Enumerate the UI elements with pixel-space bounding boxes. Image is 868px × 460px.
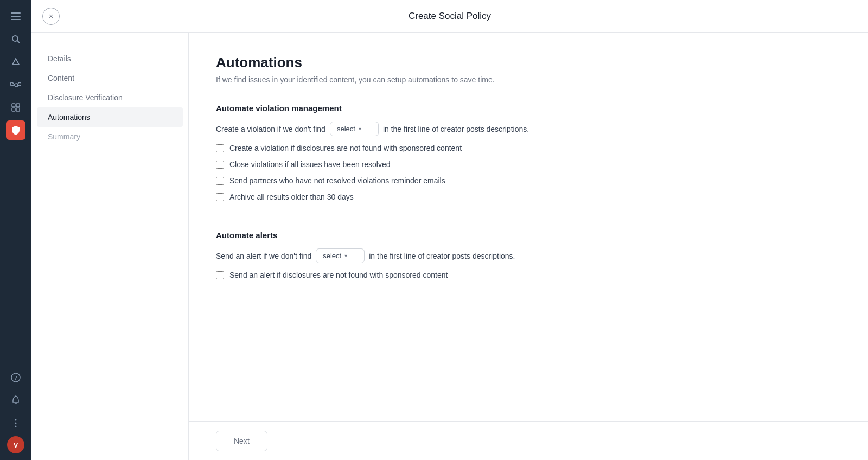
checkbox-row-2: Send partners who have not resolved viol… <box>216 176 841 185</box>
alerts-text-before: Send an alert if we don't find <box>216 252 311 260</box>
violation-checkbox-label-2: Send partners who have not resolved viol… <box>229 176 445 185</box>
violation-section-title: Automate violation management <box>216 104 841 113</box>
page-title: Create Social Policy <box>409 11 491 22</box>
automations-subtitle: If we find issues in your identified con… <box>216 75 841 84</box>
alerts-select[interactable]: select ▾ <box>316 248 365 263</box>
grid-icon-btn[interactable] <box>6 98 25 117</box>
violation-inline-row: Create a violation if we don't find sele… <box>216 122 841 136</box>
alerts-section: Automate alerts Send an alert if we don'… <box>216 231 841 287</box>
step-summary[interactable]: Summary <box>31 127 188 146</box>
alerts-checkbox-row-0: Send an alert if disclosures are not fou… <box>216 271 841 279</box>
search-icon-btn[interactable] <box>6 29 25 49</box>
top-header: × Create Social Policy <box>31 0 868 33</box>
content-row: Details Content Disclosure Verification … <box>31 33 868 460</box>
violation-checkbox-2[interactable] <box>216 177 224 185</box>
violation-select-label: select <box>337 125 355 133</box>
triangle-icon-btn[interactable] <box>6 52 25 72</box>
violation-text-after: in the first line of creator posts descr… <box>383 125 529 133</box>
svg-rect-8 <box>16 108 20 111</box>
steps-sidebar: Details Content Disclosure Verification … <box>31 33 189 460</box>
close-icon: × <box>49 12 53 21</box>
svg-text:?: ? <box>15 374 17 381</box>
svg-point-13 <box>15 423 17 424</box>
menu-icon-btn[interactable] <box>6 7 25 26</box>
svg-rect-1 <box>11 16 21 17</box>
violation-checkbox-label-1: Close violations if all issues have been… <box>229 160 391 169</box>
svg-rect-5 <box>12 104 15 107</box>
violation-checkbox-label-3: Archive all results older than 30 days <box>229 193 354 201</box>
checkbox-row-0: Create a violation if disclosures are no… <box>216 144 841 152</box>
main-wrapper: × Create Social Policy Details Content D… <box>31 0 868 460</box>
violation-checkbox-1[interactable] <box>216 161 224 169</box>
checkbox-row-1: Close violations if all issues have been… <box>216 160 841 169</box>
step-content[interactable]: Content <box>31 68 188 88</box>
svg-rect-7 <box>12 108 15 111</box>
svg-rect-0 <box>11 12 21 14</box>
alerts-section-title: Automate alerts <box>216 231 841 240</box>
more-dots-icon-btn[interactable] <box>6 413 25 433</box>
violation-text-before: Create a violation if we don't find <box>216 125 326 133</box>
violation-checkbox-label-0: Create a violation if disclosures are no… <box>229 144 462 152</box>
violation-checkbox-0[interactable] <box>216 144 224 152</box>
svg-point-12 <box>15 419 17 421</box>
next-button[interactable]: Next <box>216 431 267 451</box>
alerts-text-after: in the first line of creator posts descr… <box>369 252 515 260</box>
help-icon-btn[interactable]: ? <box>6 368 25 387</box>
alerts-inline-row: Send an alert if we don't find select ▾ … <box>216 248 841 263</box>
svg-rect-2 <box>11 19 21 20</box>
svg-point-14 <box>15 426 17 427</box>
infinity-icon-btn[interactable] <box>6 75 25 94</box>
step-disclosure[interactable]: Disclosure Verification <box>31 88 188 107</box>
alerts-checkbox-label-0: Send an alert if disclosures are not fou… <box>229 271 448 279</box>
close-button[interactable]: × <box>42 8 60 25</box>
violation-section: Automate violation management Create a v… <box>216 104 841 209</box>
footer-bar: Next <box>189 421 868 460</box>
step-details[interactable]: Details <box>31 49 188 68</box>
violation-select[interactable]: select ▾ <box>330 122 379 136</box>
user-avatar[interactable]: V <box>7 436 24 453</box>
automations-title: Automations <box>216 54 841 71</box>
icon-sidebar: ? V <box>0 0 31 460</box>
violation-select-chevron: ▾ <box>359 126 361 132</box>
alerts-select-label: select <box>323 252 341 260</box>
shield-icon-btn[interactable] <box>6 120 25 140</box>
alerts-checkbox-0[interactable] <box>216 271 224 279</box>
bell-icon-btn[interactable] <box>6 391 25 410</box>
alerts-select-chevron: ▾ <box>344 253 347 259</box>
checkbox-row-3: Archive all results older than 30 days <box>216 193 841 201</box>
violation-checkbox-3[interactable] <box>216 193 224 201</box>
main-content: Automations If we find issues in your id… <box>189 33 868 421</box>
step-automations[interactable]: Automations <box>37 107 183 127</box>
svg-line-4 <box>17 41 20 43</box>
svg-rect-6 <box>16 104 20 107</box>
